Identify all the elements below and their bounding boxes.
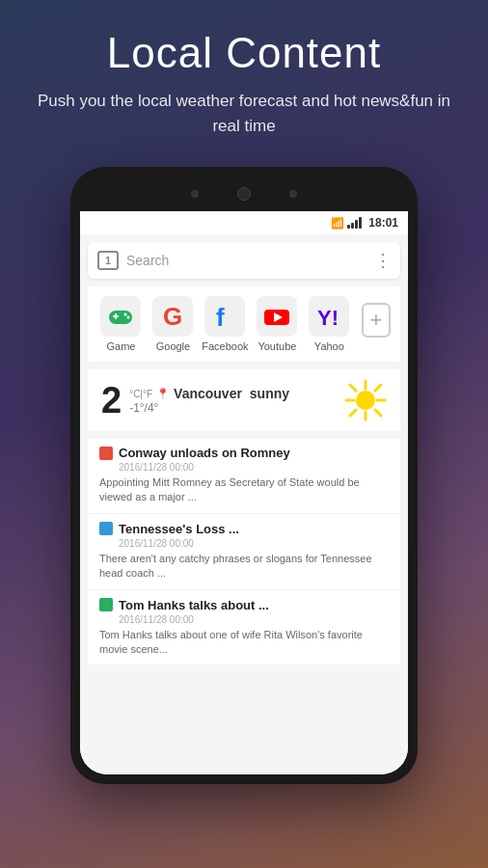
tab-counter[interactable]: 1 [97, 251, 119, 270]
news-item-2[interactable]: Tennessee's Loss ... 2016/11/28 00:00 Th… [88, 513, 400, 589]
news-item-1[interactable]: Conway unloads on Romney 2016/11/28 00:0… [88, 437, 400, 513]
signal-bar-2 [351, 223, 354, 229]
yahoo-icon[interactable]: Y! [309, 296, 349, 337]
news-favicon-3 [99, 598, 113, 611]
youtube-svg [262, 302, 291, 331]
browser-content: 1 Search ⋮ Game [80, 234, 408, 774]
news-title-row-3: Tom Hanks talks about ... [99, 598, 389, 612]
phone-top-bar [70, 176, 418, 211]
svg-rect-2 [115, 313, 117, 319]
facebook-svg: f [210, 302, 239, 331]
wifi-icon: 📶 [331, 217, 344, 230]
camera-dot [191, 190, 199, 198]
signal-bar-1 [347, 225, 350, 229]
weather-widget: 2 °C|°F 📍 Vancouver sunny -1°/4° [88, 369, 400, 431]
app-label-youtube: Youtube [258, 340, 296, 352]
svg-line-17 [350, 410, 356, 416]
google-svg: G [158, 302, 187, 331]
status-bar: 📶 18:01 [80, 211, 408, 234]
weather-temp-range: -1°/4° [129, 401, 344, 415]
svg-line-16 [375, 385, 381, 391]
svg-point-4 [127, 316, 130, 319]
news-excerpt-1: Appointing Mitt Romney as Secretary of S… [99, 475, 389, 505]
news-date-1: 2016/11/28 00:00 [119, 462, 389, 473]
news-title-row-2: Tennessee's Loss ... [99, 522, 389, 536]
weather-sun-icon [344, 379, 387, 421]
facebook-icon[interactable]: f [204, 296, 245, 337]
speaker [237, 187, 251, 201]
app-label-yahoo: Yahoo [314, 340, 344, 352]
app-label-google: Google [156, 340, 190, 352]
sun-svg [344, 379, 387, 421]
sensor-dot [289, 190, 297, 198]
weather-info: °C|°F 📍 Vancouver sunny -1°/4° [129, 386, 344, 415]
svg-line-15 [375, 410, 381, 416]
weather-temp: 2 [101, 380, 122, 421]
news-favicon-2 [99, 522, 113, 535]
signal-bar-3 [355, 220, 358, 229]
location-pin-icon: 📍 [156, 388, 170, 400]
news-title-row-1: Conway unloads on Romney [99, 446, 389, 460]
status-icons: 📶 18:01 [331, 216, 398, 230]
phone-mockup: 📶 18:01 1 Search ⋮ [70, 167, 418, 784]
signal-bars [347, 217, 362, 229]
app-item-game[interactable]: Game [97, 296, 145, 352]
phone-screen: 📶 18:01 1 Search ⋮ [80, 176, 408, 774]
news-title-3: Tom Hanks talks about ... [119, 598, 269, 612]
news-section: Conway unloads on Romney 2016/11/28 00:0… [88, 437, 400, 665]
app-item-yahoo[interactable]: Y! Yahoo [306, 296, 353, 352]
search-placeholder[interactable]: Search [126, 253, 374, 268]
svg-point-3 [124, 313, 127, 316]
news-favicon-1 [99, 447, 113, 460]
news-excerpt-3: Tom Hanks talks about one of wife Rita W… [99, 628, 389, 658]
youtube-icon[interactable] [257, 296, 297, 337]
app-item-google[interactable]: G Google [149, 296, 197, 352]
app-label-facebook: Facebook [202, 340, 248, 352]
news-title-2: Tennessee's Loss ... [119, 522, 239, 536]
svg-line-14 [350, 385, 356, 391]
page-subtitle: Push you the local weather forecast and … [29, 89, 459, 138]
app-icons-row: Game G Google f [88, 286, 400, 362]
gamepad-svg [106, 302, 135, 331]
header-section: Local Content Push you the local weather… [0, 0, 488, 157]
app-label-game: Game [107, 340, 136, 352]
svg-point-18 [356, 391, 375, 410]
news-excerpt-2: There aren't any catchy phrases or sloga… [99, 552, 389, 582]
news-date-3: 2016/11/28 00:00 [119, 614, 389, 625]
google-icon[interactable]: G [152, 296, 193, 337]
app-item-facebook[interactable]: f Facebook [202, 296, 249, 352]
signal-bar-4 [359, 217, 362, 229]
game-icon[interactable] [100, 296, 141, 337]
add-app-button[interactable]: + [362, 303, 391, 338]
svg-text:G: G [163, 302, 182, 331]
yahoo-svg: Y! [314, 302, 343, 331]
status-time: 18:01 [368, 216, 398, 230]
news-title-1: Conway unloads on Romney [119, 446, 290, 460]
page-title: Local Content [29, 29, 459, 77]
app-item-youtube[interactable]: Youtube [254, 296, 301, 352]
svg-text:f: f [216, 303, 225, 331]
news-item-3[interactable]: Tom Hanks talks about ... 2016/11/28 00:… [88, 589, 400, 665]
weather-unit-row: °C|°F 📍 Vancouver sunny [129, 386, 344, 401]
news-date-2: 2016/11/28 00:00 [119, 538, 389, 549]
svg-text:Y!: Y! [317, 306, 339, 330]
menu-icon[interactable]: ⋮ [374, 250, 391, 271]
temp-unit-icon: °C|°F [129, 389, 152, 399]
search-bar[interactable]: 1 Search ⋮ [88, 242, 400, 279]
weather-location: Vancouver sunny [174, 386, 289, 401]
